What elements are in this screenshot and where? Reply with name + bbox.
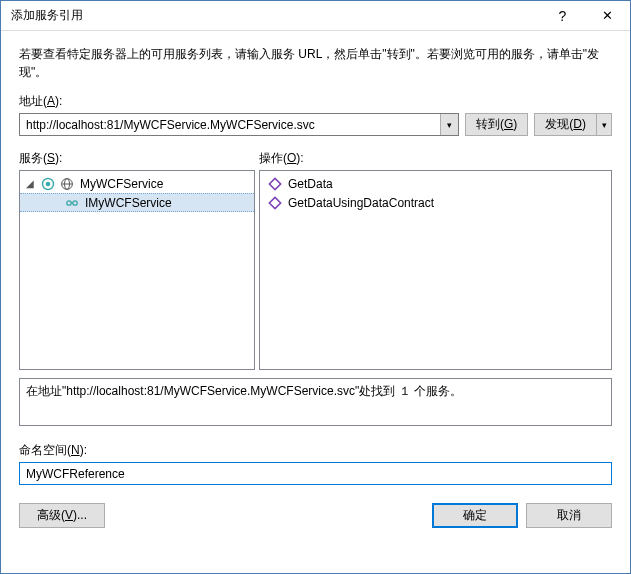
ok-button[interactable]: 确定 [432, 503, 518, 528]
service-interface-label: IMyWCFService [83, 196, 172, 210]
help-button[interactable]: ? [540, 1, 585, 31]
operation-label: GetDataUsingDataContract [288, 196, 434, 210]
radio-selected-icon [40, 176, 56, 192]
svg-point-1 [46, 181, 51, 186]
operation-item[interactable]: GetData [260, 174, 611, 193]
method-icon [268, 196, 282, 210]
discover-split-button[interactable]: 发现(D) ▾ [534, 113, 612, 136]
operation-label: GetData [288, 177, 333, 191]
method-icon [268, 177, 282, 191]
discover-dropdown-icon[interactable]: ▾ [596, 113, 612, 136]
cancel-button[interactable]: 取消 [526, 503, 612, 528]
close-button[interactable]: ✕ [585, 1, 630, 31]
address-dropdown-icon[interactable]: ▾ [440, 114, 458, 135]
discover-button[interactable]: 发现(D) [534, 113, 597, 136]
operation-item[interactable]: GetDataUsingDataContract [260, 193, 611, 212]
service-node-root[interactable]: ◢ MyWCFService [20, 174, 254, 193]
services-tree[interactable]: ◢ MyWCFService IMyWCFService [19, 170, 255, 370]
namespace-label: 命名空间(N): [19, 442, 612, 459]
address-input[interactable] [20, 114, 440, 135]
address-label: 地址(A): [19, 93, 612, 110]
svg-point-6 [73, 200, 77, 204]
window-title: 添加服务引用 [11, 7, 540, 24]
services-label: 服务(S): [19, 150, 255, 167]
address-combobox[interactable]: ▾ [19, 113, 459, 136]
service-root-label: MyWCFService [78, 177, 163, 191]
svg-point-5 [67, 200, 71, 204]
interface-icon [64, 195, 80, 211]
titlebar: 添加服务引用 ? ✕ [1, 1, 630, 31]
status-textbox: 在地址"http://localhost:81/MyWCFService.MyW… [19, 378, 612, 426]
advanced-button[interactable]: 高级(V)... [19, 503, 105, 528]
status-text: 在地址"http://localhost:81/MyWCFService.MyW… [26, 384, 462, 398]
svg-rect-9 [269, 197, 280, 208]
globe-icon [59, 176, 75, 192]
operations-label: 操作(O): [259, 150, 612, 167]
namespace-input[interactable] [19, 462, 612, 485]
svg-rect-8 [269, 178, 280, 189]
intro-text: 若要查看特定服务器上的可用服务列表，请输入服务 URL，然后单击"转到"。若要浏… [19, 45, 612, 81]
go-button[interactable]: 转到(G) [465, 113, 528, 136]
service-node-interface[interactable]: IMyWCFService [20, 193, 254, 212]
collapse-icon[interactable]: ◢ [26, 178, 37, 189]
operations-list[interactable]: GetData GetDataUsingDataContract [259, 170, 612, 370]
